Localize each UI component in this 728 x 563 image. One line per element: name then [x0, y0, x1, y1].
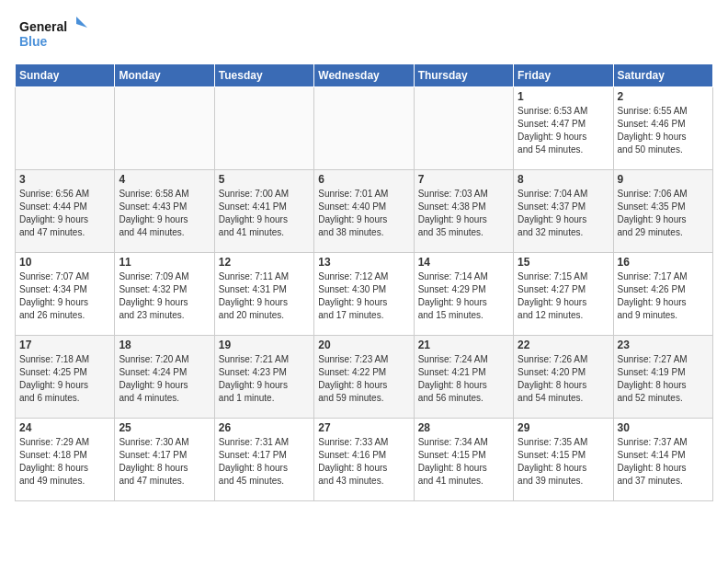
calendar-cell: 8Sunrise: 7:04 AM Sunset: 4:37 PM Daylig…	[514, 170, 613, 253]
day-number: 26	[219, 421, 310, 434]
logo-icon: General Blue	[15, 15, 97, 56]
weekday-header-thursday: Thursday	[414, 64, 513, 87]
day-info: Sunrise: 7:37 AM Sunset: 4:14 PM Dayligh…	[618, 436, 709, 488]
day-number: 20	[318, 339, 409, 351]
calendar-cell: 12Sunrise: 7:11 AM Sunset: 4:31 PM Dayli…	[214, 253, 313, 336]
day-number: 7	[418, 173, 509, 186]
calendar-cell	[214, 87, 313, 170]
calendar-cell: 5Sunrise: 7:00 AM Sunset: 4:41 PM Daylig…	[214, 170, 313, 253]
svg-text:Blue: Blue	[19, 34, 48, 49]
day-info: Sunrise: 7:00 AM Sunset: 4:41 PM Dayligh…	[219, 188, 310, 239]
day-info: Sunrise: 7:17 AM Sunset: 4:26 PM Dayligh…	[618, 270, 709, 322]
day-number: 24	[19, 421, 110, 434]
calendar-cell: 22Sunrise: 7:26 AM Sunset: 4:20 PM Dayli…	[514, 336, 613, 419]
day-info: Sunrise: 7:27 AM Sunset: 4:19 PM Dayligh…	[618, 353, 709, 405]
calendar-cell: 28Sunrise: 7:34 AM Sunset: 4:15 PM Dayli…	[414, 419, 513, 501]
day-number: 4	[119, 173, 210, 186]
calendar-cell: 27Sunrise: 7:33 AM Sunset: 4:16 PM Dayli…	[314, 419, 414, 501]
calendar-cell: 20Sunrise: 7:23 AM Sunset: 4:22 PM Dayli…	[314, 336, 414, 419]
calendar-cell: 2Sunrise: 6:55 AM Sunset: 4:46 PM Daylig…	[613, 87, 712, 170]
day-info: Sunrise: 7:23 AM Sunset: 4:22 PM Dayligh…	[318, 353, 409, 405]
calendar-cell: 4Sunrise: 6:58 AM Sunset: 4:43 PM Daylig…	[115, 170, 214, 253]
calendar-cell: 11Sunrise: 7:09 AM Sunset: 4:32 PM Dayli…	[115, 253, 214, 336]
day-number: 13	[318, 256, 409, 269]
day-info: Sunrise: 7:29 AM Sunset: 4:18 PM Dayligh…	[19, 436, 110, 488]
day-number: 29	[518, 421, 609, 434]
logo: General Blue	[15, 15, 97, 56]
calendar-cell: 7Sunrise: 7:03 AM Sunset: 4:38 PM Daylig…	[414, 170, 513, 253]
day-info: Sunrise: 7:34 AM Sunset: 4:15 PM Dayligh…	[418, 436, 509, 488]
day-number: 14	[418, 256, 509, 269]
weekday-header-row: SundayMondayTuesdayWednesdayThursdayFrid…	[16, 64, 713, 87]
day-info: Sunrise: 7:31 AM Sunset: 4:17 PM Dayligh…	[219, 436, 310, 488]
weekday-header-monday: Monday	[115, 64, 214, 87]
weekday-header-friday: Friday	[514, 64, 613, 87]
calendar-cell: 1Sunrise: 6:53 AM Sunset: 4:47 PM Daylig…	[514, 87, 613, 170]
calendar-table: SundayMondayTuesdayWednesdayThursdayFrid…	[15, 63, 713, 501]
day-info: Sunrise: 7:33 AM Sunset: 4:16 PM Dayligh…	[318, 436, 409, 488]
day-info: Sunrise: 7:20 AM Sunset: 4:24 PM Dayligh…	[119, 353, 210, 405]
day-number: 11	[119, 256, 210, 269]
day-info: Sunrise: 7:03 AM Sunset: 4:38 PM Dayligh…	[418, 188, 509, 239]
day-number: 1	[518, 90, 609, 103]
day-number: 5	[219, 173, 310, 186]
calendar-cell: 21Sunrise: 7:24 AM Sunset: 4:21 PM Dayli…	[414, 336, 513, 419]
day-number: 12	[219, 256, 310, 269]
calendar-cell: 24Sunrise: 7:29 AM Sunset: 4:18 PM Dayli…	[16, 419, 115, 501]
day-info: Sunrise: 7:35 AM Sunset: 4:15 PM Dayligh…	[518, 436, 609, 488]
day-info: Sunrise: 7:24 AM Sunset: 4:21 PM Dayligh…	[418, 353, 509, 405]
calendar-cell: 13Sunrise: 7:12 AM Sunset: 4:30 PM Dayli…	[314, 253, 414, 336]
calendar-week-4: 17Sunrise: 7:18 AM Sunset: 4:25 PM Dayli…	[16, 336, 713, 419]
calendar-cell	[314, 87, 414, 170]
calendar-cell: 16Sunrise: 7:17 AM Sunset: 4:26 PM Dayli…	[613, 253, 712, 336]
day-number: 6	[318, 173, 409, 186]
day-number: 21	[418, 339, 509, 351]
calendar-cell: 6Sunrise: 7:01 AM Sunset: 4:40 PM Daylig…	[314, 170, 414, 253]
day-number: 25	[119, 421, 210, 434]
day-info: Sunrise: 7:07 AM Sunset: 4:34 PM Dayligh…	[19, 270, 110, 322]
day-info: Sunrise: 6:56 AM Sunset: 4:44 PM Dayligh…	[19, 188, 110, 239]
calendar-cell: 19Sunrise: 7:21 AM Sunset: 4:23 PM Dayli…	[214, 336, 313, 419]
day-info: Sunrise: 7:09 AM Sunset: 4:32 PM Dayligh…	[119, 270, 210, 322]
calendar-cell: 18Sunrise: 7:20 AM Sunset: 4:24 PM Dayli…	[115, 336, 214, 419]
calendar-cell: 9Sunrise: 7:06 AM Sunset: 4:35 PM Daylig…	[613, 170, 712, 253]
calendar-cell	[414, 87, 513, 170]
day-info: Sunrise: 7:18 AM Sunset: 4:25 PM Dayligh…	[19, 353, 110, 405]
day-info: Sunrise: 7:01 AM Sunset: 4:40 PM Dayligh…	[318, 188, 409, 239]
calendar-cell: 10Sunrise: 7:07 AM Sunset: 4:34 PM Dayli…	[16, 253, 115, 336]
calendar-cell: 3Sunrise: 6:56 AM Sunset: 4:44 PM Daylig…	[16, 170, 115, 253]
day-number: 10	[19, 256, 110, 269]
day-info: Sunrise: 7:04 AM Sunset: 4:37 PM Dayligh…	[518, 188, 609, 239]
day-info: Sunrise: 7:15 AM Sunset: 4:27 PM Dayligh…	[518, 270, 609, 322]
calendar-cell: 14Sunrise: 7:14 AM Sunset: 4:29 PM Dayli…	[414, 253, 513, 336]
day-info: Sunrise: 6:58 AM Sunset: 4:43 PM Dayligh…	[119, 188, 210, 239]
calendar-week-1: 1Sunrise: 6:53 AM Sunset: 4:47 PM Daylig…	[16, 87, 713, 170]
day-info: Sunrise: 7:26 AM Sunset: 4:20 PM Dayligh…	[518, 353, 609, 405]
day-info: Sunrise: 7:06 AM Sunset: 4:35 PM Dayligh…	[618, 188, 709, 239]
calendar-cell: 15Sunrise: 7:15 AM Sunset: 4:27 PM Dayli…	[514, 253, 613, 336]
calendar-cell	[16, 87, 115, 170]
day-info: Sunrise: 7:12 AM Sunset: 4:30 PM Dayligh…	[318, 270, 409, 322]
calendar-cell: 25Sunrise: 7:30 AM Sunset: 4:17 PM Dayli…	[115, 419, 214, 501]
svg-marker-2	[76, 17, 87, 28]
day-number: 9	[618, 173, 709, 186]
day-info: Sunrise: 6:53 AM Sunset: 4:47 PM Dayligh…	[518, 105, 609, 156]
calendar-cell: 26Sunrise: 7:31 AM Sunset: 4:17 PM Dayli…	[214, 419, 313, 501]
weekday-header-tuesday: Tuesday	[214, 64, 313, 87]
day-number: 3	[19, 173, 110, 186]
day-info: Sunrise: 7:21 AM Sunset: 4:23 PM Dayligh…	[219, 353, 310, 405]
day-number: 22	[518, 339, 609, 351]
page-header: General Blue	[15, 15, 713, 56]
calendar-week-2: 3Sunrise: 6:56 AM Sunset: 4:44 PM Daylig…	[16, 170, 713, 253]
day-number: 28	[418, 421, 509, 434]
day-info: Sunrise: 7:11 AM Sunset: 4:31 PM Dayligh…	[219, 270, 310, 322]
day-info: Sunrise: 6:55 AM Sunset: 4:46 PM Dayligh…	[618, 105, 709, 156]
svg-text:General: General	[19, 19, 67, 34]
day-number: 17	[19, 339, 110, 351]
day-number: 30	[618, 421, 709, 434]
weekday-header-saturday: Saturday	[613, 64, 712, 87]
day-number: 8	[518, 173, 609, 186]
calendar-cell: 17Sunrise: 7:18 AM Sunset: 4:25 PM Dayli…	[16, 336, 115, 419]
day-number: 2	[618, 90, 709, 103]
day-number: 16	[618, 256, 709, 269]
